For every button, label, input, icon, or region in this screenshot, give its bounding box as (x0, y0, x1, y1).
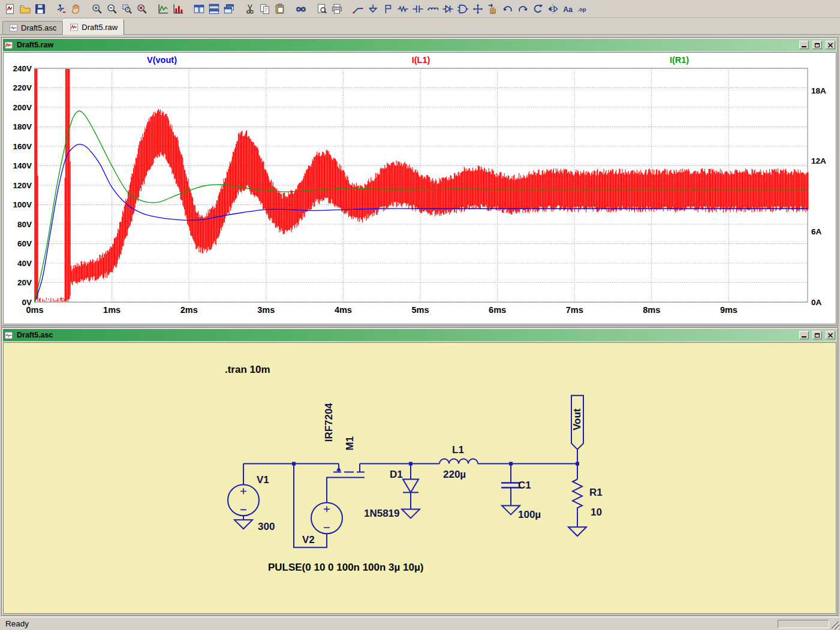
toolbar-place-diode-button[interactable] (440, 2, 455, 16)
toolbar-spice-directive-button[interactable]: .op (575, 2, 590, 16)
toolbar-find-button[interactable] (293, 2, 308, 16)
schematic-svg: Vout.tran 10mPULSE(0 10 0 100n 100n 3µ 1… (4, 343, 836, 613)
plot-label: 140V (13, 161, 32, 170)
value-C1[interactable]: 100µ (518, 509, 541, 520)
label-L1[interactable]: L1 (452, 444, 464, 456)
toolbar-zoom-out-button[interactable] (104, 2, 119, 16)
label-C1[interactable]: C1 (518, 480, 531, 491)
label-V1[interactable]: V1 (257, 474, 269, 486)
waveform-tab-icon (70, 23, 79, 32)
plot-label: 0ms (26, 305, 43, 315)
trace-Vvout (35, 144, 808, 302)
drag-icon (487, 3, 499, 15)
maximize-icon (815, 43, 820, 47)
label-D1[interactable]: D1 (390, 469, 403, 481)
spice-directive-icon: .op (577, 3, 589, 15)
toolbar-paste-button[interactable] (272, 2, 287, 16)
toolbar-cascade-windows-button[interactable] (221, 2, 236, 16)
toolbar-place-capacitor-button[interactable] (410, 2, 425, 16)
close-button-asc[interactable] (826, 331, 835, 339)
move-icon (472, 3, 484, 15)
value-R1[interactable]: 10 (591, 507, 602, 518)
toolbar-group (293, 2, 308, 16)
halt-icon (70, 3, 82, 15)
plot-label: 6ms (489, 305, 506, 315)
toolbar: Aa.op (0, 0, 840, 18)
component-D1[interactable] (403, 479, 419, 492)
tab-draft5-raw[interactable]: Draft5.raw (63, 19, 124, 35)
toolbar-text-button[interactable]: Aa (560, 2, 575, 16)
minimize-button-raw[interactable] (799, 41, 809, 49)
value-L1[interactable]: 220µ (443, 469, 466, 481)
directive-tran[interactable]: .tran 10m (225, 364, 270, 375)
junction-dot (292, 462, 296, 466)
toolbar-print-button[interactable] (329, 2, 344, 16)
minimize-button-asc[interactable] (799, 331, 809, 339)
toolbar-drag-button[interactable] (485, 2, 500, 16)
model-D1[interactable]: 1N5819 (364, 508, 400, 519)
autorange-y-axis-icon (157, 3, 169, 15)
close-icon (827, 333, 833, 338)
label-M1[interactable]: M1 (344, 436, 356, 451)
toolbar-label-net-button[interactable] (380, 2, 395, 16)
toolbar-zoom-area-button[interactable] (119, 2, 134, 16)
resize-grip[interactable] (832, 622, 839, 629)
component-L1[interactable] (439, 459, 478, 464)
toolbar-mirror-button[interactable] (545, 2, 560, 16)
toolbar-plot-settings-button[interactable] (170, 2, 185, 16)
zoom-in-icon (91, 3, 103, 15)
net-flag-vout[interactable]: Vout (571, 396, 583, 450)
zoom-area-icon (121, 3, 133, 15)
toolbar-run-button[interactable] (53, 2, 68, 16)
toolbar-redo-button[interactable] (515, 2, 530, 16)
maximize-button-raw[interactable] (812, 41, 822, 49)
toolbar-copy-button[interactable] (257, 2, 272, 16)
plot-label: 7ms (566, 305, 583, 315)
value-V1[interactable]: 300 (258, 521, 275, 532)
toolbar-tile-horizontally-button[interactable] (206, 2, 221, 16)
toolbar-draw-wire-button[interactable] (350, 2, 365, 16)
label-V2[interactable]: V2 (302, 534, 315, 545)
toolbar-group (191, 2, 236, 16)
toolbar-rotate-button[interactable] (530, 2, 545, 16)
titlebar-draft5-asc[interactable]: Draft5.asc (3, 329, 836, 341)
toolbar-open-button[interactable] (17, 2, 32, 16)
toolbar-cut-button[interactable] (242, 2, 257, 16)
maximize-button-asc[interactable] (812, 331, 822, 339)
toolbar-undo-button[interactable] (500, 2, 515, 16)
plot-label: 20V (17, 278, 32, 287)
status-text: Ready (5, 619, 29, 628)
toolbar-new-schematic-button[interactable] (2, 2, 17, 16)
toolbar-place-inductor-button[interactable] (425, 2, 440, 16)
close-button-raw[interactable] (826, 41, 835, 49)
model-M1[interactable]: IRF7204 (323, 403, 335, 442)
toolbar-zoom-in-button[interactable] (89, 2, 104, 16)
label-R1[interactable]: R1 (589, 487, 603, 498)
toolbar-print-preview-button[interactable] (314, 2, 329, 16)
toolbar-group (2, 2, 47, 16)
window-draft5-raw: Draft5.raw 0V20V40V60V80V100V120V140V160… (1, 37, 838, 326)
toolbar-group (242, 2, 287, 16)
copy-icon (259, 3, 271, 15)
tab-draft5-asc[interactable]: Draft5.asc (2, 21, 63, 34)
net-label-vout[interactable]: Vout (571, 408, 583, 430)
toolbar-autorange-y-axis-button[interactable] (155, 2, 170, 16)
directive-pulse[interactable]: PULSE(0 10 0 100n 100n 3µ 10µ) (268, 562, 423, 573)
schematic-canvas[interactable]: Vout.tran 10mPULSE(0 10 0 100n 100n 3µ 1… (3, 342, 836, 614)
minimize-icon (802, 336, 806, 337)
toolbar-halt-button[interactable] (68, 2, 83, 16)
titlebar-draft5-raw[interactable]: Draft5.raw (3, 39, 836, 51)
toolbar-place-ground-button[interactable] (365, 2, 380, 16)
toolbar-save-button[interactable] (32, 2, 47, 16)
trace-IL1 (35, 69, 808, 302)
component-V2[interactable] (311, 502, 342, 533)
toolbar-place-component-button[interactable] (455, 2, 470, 16)
toolbar-place-resistor-button[interactable] (395, 2, 410, 16)
toolbar-move-button[interactable] (470, 2, 485, 16)
trace-IR1 (35, 111, 808, 302)
toolbar-zoom-full-extents-button[interactable] (134, 2, 149, 16)
component-V1[interactable] (228, 484, 259, 516)
toolbar-tile-vertically-button[interactable] (191, 2, 206, 16)
component-R1[interactable] (573, 479, 582, 511)
waveform-plot[interactable]: 0V20V40V60V80V100V120V140V160V180V200V22… (3, 52, 836, 324)
